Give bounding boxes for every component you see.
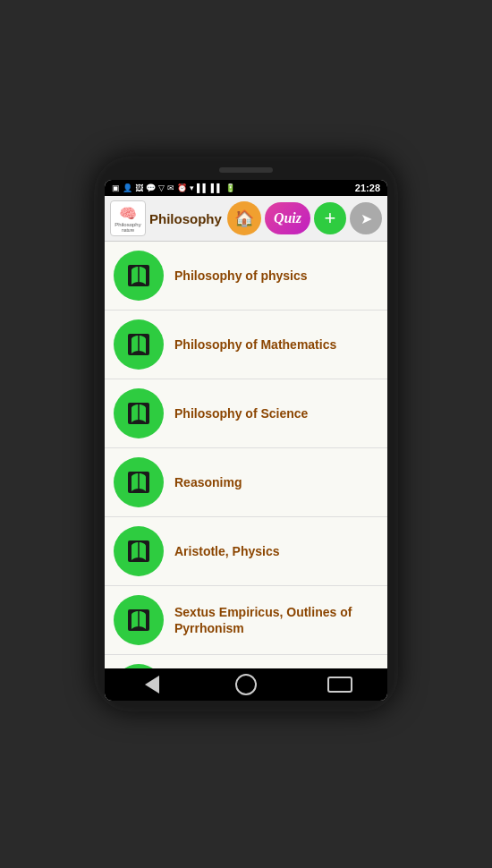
status-icon-signal2: ▌▌ bbox=[197, 183, 208, 192]
status-icon-signal1: ▾ bbox=[190, 183, 194, 192]
recents-button[interactable] bbox=[322, 674, 358, 695]
back-icon bbox=[145, 676, 159, 694]
book-icon-circle bbox=[114, 457, 164, 507]
phone-screen: ▣ 👤 🖼 💬 ▽ ✉ ⏰ ▾ ▌▌ ▌▌ 🔋 21:28 🧠 Philosop… bbox=[105, 180, 387, 701]
book-icon bbox=[124, 537, 153, 566]
phone-speaker bbox=[219, 167, 273, 173]
share-button[interactable]: ➤ bbox=[350, 202, 382, 234]
list-item[interactable]: Aristotle, Physics bbox=[105, 517, 387, 586]
list-item[interactable]: Philosophy of language bbox=[105, 655, 387, 668]
book-icon-circle bbox=[114, 595, 164, 645]
content-list: Philosophy of physics Philosophy of Math… bbox=[105, 242, 387, 668]
add-icon: + bbox=[325, 207, 336, 230]
status-icon-user: 👤 bbox=[123, 183, 132, 192]
book-icon-circle bbox=[114, 388, 164, 438]
book-icon-circle bbox=[114, 526, 164, 576]
book-icon bbox=[124, 399, 153, 428]
list-item[interactable]: Philosophy of Science bbox=[105, 379, 387, 448]
home-nav-icon bbox=[235, 674, 257, 695]
back-button[interactable] bbox=[134, 674, 170, 695]
status-bar: ▣ 👤 🖼 💬 ▽ ✉ ⏰ ▾ ▌▌ ▌▌ 🔋 21:28 bbox=[105, 180, 387, 196]
item-label-4: Reasonimg bbox=[174, 474, 242, 490]
book-icon-circle bbox=[114, 319, 164, 370]
home-icon: 🏠 bbox=[234, 208, 254, 228]
item-label-2: Philosophy of Mathematics bbox=[174, 336, 336, 353]
item-label-1: Philosophy of physics bbox=[174, 268, 308, 284]
recents-icon bbox=[327, 677, 352, 693]
status-icon-chat: 💬 bbox=[146, 183, 156, 192]
status-icon-signal3: ▌▌ bbox=[211, 183, 223, 192]
brain-icon: 🧠 bbox=[119, 205, 137, 222]
home-nav-button[interactable] bbox=[228, 674, 264, 695]
status-icon-wifi: ▽ bbox=[158, 183, 165, 192]
status-icon-alarm: ⏰ bbox=[177, 183, 187, 192]
item-label-3: Philosophy of Science bbox=[174, 405, 308, 421]
quiz-button[interactable]: Quiz bbox=[265, 202, 310, 234]
list-item[interactable]: Philosophy of physics bbox=[105, 242, 387, 311]
item-label-5: Aristotle, Physics bbox=[174, 543, 280, 559]
home-button[interactable]: 🏠 bbox=[227, 201, 261, 235]
nav-bar: 🧠 Philosophy nature Philosophy 🏠 Quiz + … bbox=[105, 196, 387, 242]
app-logo: 🧠 Philosophy nature bbox=[110, 200, 146, 236]
book-icon bbox=[124, 330, 153, 359]
logo-subtext: nature bbox=[122, 227, 134, 233]
list-item[interactable]: Sextus Empiricus, Outlines of Pyrrhonism bbox=[105, 586, 387, 655]
add-button[interactable]: + bbox=[314, 202, 346, 234]
book-icon bbox=[124, 606, 153, 634]
book-icon bbox=[124, 261, 153, 290]
clock: 21:28 bbox=[355, 183, 380, 193]
status-icon-mail: ✉ bbox=[167, 183, 174, 192]
list-item[interactable]: Reasonimg bbox=[105, 448, 387, 517]
bottom-nav bbox=[105, 668, 387, 701]
nav-title: Philosophy bbox=[149, 211, 224, 226]
status-icon-msg: ▣ bbox=[112, 183, 120, 192]
phone-frame: ▣ 👤 🖼 💬 ▽ ✉ ⏰ ▾ ▌▌ ▌▌ 🔋 21:28 🧠 Philosop… bbox=[94, 157, 398, 711]
status-icon-img: 🖼 bbox=[135, 183, 143, 192]
list-item[interactable]: Philosophy of Mathematics bbox=[105, 311, 387, 379]
share-icon: ➤ bbox=[361, 210, 372, 227]
status-icon-battery: 🔋 bbox=[225, 183, 235, 192]
item-label-6: Sextus Empiricus, Outlines of Pyrrhonism bbox=[174, 604, 378, 636]
book-icon bbox=[124, 468, 153, 497]
book-icon-circle bbox=[114, 251, 164, 301]
status-icons: ▣ 👤 🖼 💬 ▽ ✉ ⏰ ▾ ▌▌ ▌▌ 🔋 bbox=[112, 183, 235, 192]
quiz-label: Quiz bbox=[274, 210, 301, 226]
